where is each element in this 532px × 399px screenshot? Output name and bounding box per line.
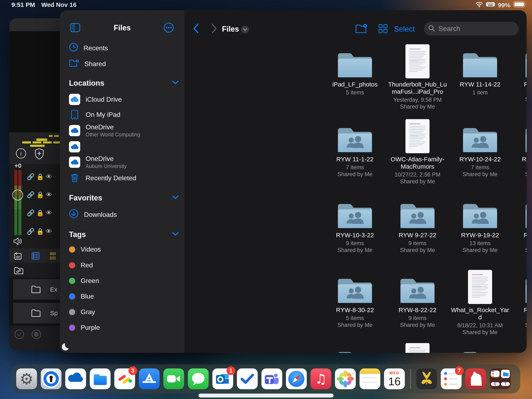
grid-item[interactable]: OWC-Atlas-Family-MacRumors 10/27/22, 2:5… — [386, 118, 449, 185]
dock-onedrive-icon[interactable] — [65, 368, 86, 389]
record-circle-icon[interactable] — [31, 329, 41, 340]
audio-meter — [14, 170, 21, 235]
track-controls-row[interactable]: 🔗 🔒 👁 — [27, 173, 64, 179]
dock-1password-icon[interactable] — [41, 368, 62, 389]
trash-icon — [69, 173, 80, 183]
sidebar-item-tag-red[interactable]: Red — [69, 261, 93, 269]
grid-item[interactable]: RYW 11-1-22 7 itemsShared by Me — [324, 118, 386, 178]
grid-item[interactable] — [324, 342, 386, 353]
item-icon — [511, 194, 527, 229]
grid-item[interactable]: RYW-8-30-22 5 itemsShared by Me — [324, 269, 386, 328]
dock-notes-icon[interactable] — [360, 368, 380, 389]
shield-add-icon[interactable] — [34, 148, 44, 161]
folder-icon — [337, 348, 373, 353]
media-folder-label: Ex — [50, 286, 57, 293]
track-controls-row[interactable]: 🔗 🔒 👁 — [27, 209, 64, 215]
onedrive-icon — [69, 157, 80, 168]
grid-item[interactable]: iPad_LF_photos 5 items — [324, 44, 386, 96]
info-icon[interactable]: i — [16, 148, 26, 160]
item-meta: 10/27/22, 2:56 PMShared by Me — [386, 171, 449, 185]
dock-music-icon[interactable]: ♫ — [310, 368, 331, 389]
files-main-pane: Files Select iPad_LF_photos 5 items Thun… — [184, 10, 527, 353]
track-controls-row[interactable]: 🔗 🔒 👁 — [27, 191, 64, 197]
grid-item[interactable]: RYW-8-22-22 9 itemsShared by Me — [386, 269, 449, 328]
dock-teams-icon[interactable] — [261, 368, 282, 389]
item-name: RYW-11-9-22 — [513, 81, 527, 88]
dock-applibrary-icon[interactable]: OT — [490, 368, 511, 389]
dock-ulysses-icon[interactable] — [416, 368, 437, 389]
grid-item[interactable]: RYW-11-9-22 5 itemsShared by Me — [511, 44, 527, 103]
sidebar-item-label: Videos — [81, 245, 101, 253]
sidebar-item-onedrive-pending[interactable] — [69, 141, 86, 152]
sidebar-item-recents[interactable]: Recents — [69, 43, 108, 53]
sidebar-item-downloads[interactable]: Downloads — [69, 209, 117, 220]
sidebar-item-recently-deleted[interactable]: Recently Deleted — [69, 173, 136, 183]
grid-item[interactable] — [449, 342, 511, 353]
grid-item[interactable]: RYW-10-3-22 9 itemsShared by Me — [324, 194, 386, 254]
grid-item[interactable]: RYW-9-12-22 11 itemsShared by Me — [511, 194, 527, 254]
dock-files-icon[interactable] — [90, 368, 111, 389]
dock-photos-icon[interactable] — [335, 368, 356, 389]
folder-icon — [524, 200, 527, 229]
item-icon — [386, 269, 449, 304]
chevron-down-icon[interactable] — [172, 80, 179, 85]
sidebar-item-on-my-ipad[interactable]: On My iPad — [69, 109, 120, 120]
folder-link-icon[interactable] — [14, 267, 24, 276]
dock-calendar-icon[interactable]: WED16 — [384, 368, 405, 389]
sidebar-item-label: Shared — [84, 60, 106, 68]
dock-monday-icon[interactable]: 3 — [114, 368, 135, 389]
sidebar-item-onedrive-auburn[interactable]: OneDriveAuburn University — [69, 155, 127, 169]
dock-facetime-icon[interactable] — [163, 368, 184, 389]
onedrive-icon — [69, 125, 80, 136]
item-icon — [449, 44, 511, 79]
meter-knob[interactable] — [12, 190, 23, 200]
item-meta: Yesterday, 9:58 PMShared by Me — [386, 97, 449, 110]
sidebar-item-onedrive-owc[interactable]: OneDriveOther World Computing — [69, 123, 140, 138]
sidebar-item-tag-videos[interactable]: Videos — [69, 245, 101, 253]
audio-levels-icon[interactable] — [49, 251, 58, 261]
speaker-icon[interactable] — [13, 237, 23, 246]
sidebar-item-tag-green[interactable]: Green — [69, 277, 99, 285]
track-controls-row[interactable]: 🔗 🔒 👁 — [27, 228, 64, 233]
grid-item[interactable]: RYW 8-15-22 9 itemsShared by Me — [511, 269, 527, 328]
tag-dot — [69, 278, 75, 284]
dock-todo-icon[interactable] — [237, 368, 258, 389]
folder-icon — [524, 275, 527, 304]
sidebar-item-tag-purple[interactable]: Purple — [69, 324, 100, 331]
dock-reminders-icon[interactable]: 7 — [441, 368, 462, 389]
sidebar-item-shared[interactable]: Shared — [69, 58, 106, 69]
grid-item[interactable]: What_is_Rocket_Yard 8/18/22, 10:31 AMSha… — [449, 269, 511, 336]
sidebar-item-tag-gray[interactable]: Gray — [69, 308, 95, 316]
track-list-icon[interactable] — [31, 252, 40, 261]
sidebar-item-label: iCloud Drive — [86, 96, 122, 103]
dock-messages-icon[interactable] — [188, 368, 209, 389]
grid-item[interactable]: Thunderbolt_Hub_LumaFusi...iPad_Pro Yest… — [386, 44, 449, 110]
sidebar-item-tag-blue[interactable]: Blue — [69, 293, 94, 300]
item-name: RYW-8-30-22 — [326, 306, 384, 314]
dock-outlook-icon[interactable]: 1 — [212, 368, 233, 389]
grid-item[interactable]: RYW 11-14-22 1 item — [449, 44, 511, 96]
grid-item[interactable] — [386, 342, 449, 353]
sidebar-item-label: Blue — [81, 293, 94, 300]
home-indicator[interactable] — [198, 394, 334, 398]
item-meta: 5 itemsShared by Me — [511, 89, 527, 103]
item-icon — [324, 269, 386, 304]
grid-item[interactable]: RYW-10-24-22 7 itemsShared by Me — [449, 118, 511, 178]
checkmark-circle-icon[interactable] — [14, 329, 24, 340]
chevron-down-icon[interactable] — [172, 195, 179, 200]
add-clip-icon[interactable] — [14, 252, 22, 261]
item-icon — [324, 118, 386, 154]
grid-item[interactable] — [511, 342, 527, 353]
item-icon — [449, 118, 511, 154]
grid-item[interactable]: RYW-10-17-22 17 itemsShared by Me — [511, 118, 527, 178]
more-options-icon[interactable] — [163, 22, 174, 34]
dock-appstore-icon[interactable] — [139, 368, 160, 389]
grid-item[interactable]: RYW 9-27-22 9 itemsShared by Me — [386, 194, 449, 254]
dock-bear-icon[interactable] — [465, 368, 486, 389]
grid-item[interactable]: RYW-9-19-22 13 itemsShared by Me — [449, 194, 511, 254]
sidebar-item-icloud-drive[interactable]: iCloud Drive — [69, 94, 122, 105]
folder-icon — [337, 275, 373, 304]
dock-safari-icon[interactable] — [286, 368, 307, 389]
dock-settings-icon[interactable]: ⚙ — [16, 368, 37, 389]
chevron-down-icon[interactable] — [172, 232, 179, 237]
